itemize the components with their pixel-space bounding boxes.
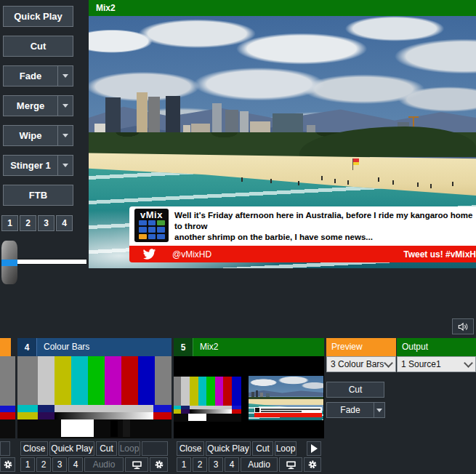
input4-overlay-2-button[interactable]: 2 xyxy=(36,457,51,472)
beach-person xyxy=(321,176,323,180)
tbar-handle[interactable] xyxy=(1,241,17,284)
overlay-button-1[interactable]: 1 xyxy=(1,215,18,231)
input5-overlay-3-button[interactable]: 3 xyxy=(209,457,223,472)
master-audio-button[interactable] xyxy=(452,318,474,334)
twitter-handle: @vMixHD xyxy=(172,249,211,260)
chevron-down-icon xyxy=(62,74,68,78)
transition-quick-play-button[interactable]: Quick Play xyxy=(3,6,73,27)
input3-thumbnail-edge xyxy=(0,406,15,412)
input4-loop-button[interactable]: Loop xyxy=(118,441,140,456)
input5-cut-button[interactable]: Cut xyxy=(252,441,273,456)
input4-thumbnail[interactable] xyxy=(17,356,172,438)
input5-audio-button[interactable]: Audio xyxy=(241,457,278,472)
input4-blank-button[interactable] xyxy=(142,441,168,456)
input5-toolbar-row2: 1 2 3 4 Audio xyxy=(177,457,321,472)
input5-thumbnail[interactable] xyxy=(174,356,324,438)
input4-panel: 4 Colour Bars Close Quick Play Cut Loop … xyxy=(17,338,172,474)
speaker-icon xyxy=(457,321,469,332)
input3-toolbar-edge-button[interactable] xyxy=(0,441,10,456)
transition-fade-button[interactable]: Fade xyxy=(3,65,73,87)
input4-settings-button[interactable] xyxy=(150,457,168,472)
input5-fullscreen-button[interactable] xyxy=(279,457,302,472)
mix2-title-bar: Mix2 xyxy=(89,0,476,16)
fade-dropdown-button[interactable] xyxy=(57,66,73,86)
input4-close-button[interactable]: Close xyxy=(20,441,48,456)
input4-fullscreen-button[interactable] xyxy=(125,457,148,472)
input5-settings-button[interactable] xyxy=(304,457,321,472)
input5-overlay-2-button[interactable]: 2 xyxy=(193,457,207,472)
input4-quick-play-button[interactable]: Quick Play xyxy=(49,441,94,456)
input4-header[interactable]: 4 Colour Bars xyxy=(17,338,172,356)
stinger-dropdown-button[interactable] xyxy=(57,156,73,175)
input5-close-button[interactable]: Close xyxy=(177,441,204,456)
output-source-select[interactable]: 1 Source1 xyxy=(397,356,476,372)
input4-overlay-1-button[interactable]: 1 xyxy=(20,457,35,472)
input4-overlay-4-button[interactable]: 4 xyxy=(68,457,83,472)
monitor-icon xyxy=(132,460,142,470)
gear-icon xyxy=(3,459,13,470)
input3-thumbnail-edge xyxy=(0,419,15,438)
input4-audio-button[interactable]: Audio xyxy=(84,457,124,472)
beach-person xyxy=(241,177,243,182)
beach-person xyxy=(392,180,394,185)
tbar-position-indicator xyxy=(1,260,17,266)
input5-overlay-4-button[interactable]: 4 xyxy=(225,457,239,472)
twitter-bird-icon xyxy=(142,249,156,260)
main-cut-button[interactable]: Cut xyxy=(326,382,384,398)
input4-toolbar-row1: Close Quick Play Cut Loop xyxy=(20,441,168,456)
input5-play-button[interactable] xyxy=(307,441,321,456)
input4-cut-button[interactable]: Cut xyxy=(96,441,117,456)
transition-merge-button[interactable]: Merge xyxy=(3,95,73,116)
input5-header[interactable]: 5 Mix2 xyxy=(174,338,324,356)
building xyxy=(137,92,148,138)
main-fade-button[interactable]: Fade xyxy=(326,402,374,418)
mini-colour-bars xyxy=(174,377,241,422)
colour-bars-main xyxy=(17,356,172,405)
tweet-call-to-action: Tweet us! #vMixH xyxy=(403,249,476,260)
gear-icon xyxy=(307,459,318,470)
chevron-down-icon xyxy=(464,358,473,368)
play-icon xyxy=(311,444,318,453)
preview-source-select[interactable]: 3 Colour Bars xyxy=(326,356,396,372)
monitor-icon xyxy=(286,460,297,470)
overlay-button-4[interactable]: 4 xyxy=(56,215,73,231)
overlay-button-2[interactable]: 2 xyxy=(20,215,36,231)
preview-header: Preview xyxy=(326,338,396,356)
output-header: Output xyxy=(397,338,476,356)
vmix-logo: vMix xyxy=(134,209,169,242)
input5-number: 5 xyxy=(174,338,193,356)
tweet-message: Well it's Friday afternoon here in Austr… xyxy=(174,210,473,243)
tbar-track[interactable] xyxy=(15,259,87,265)
chevron-down-icon xyxy=(62,134,68,137)
input5-loop-button[interactable]: Loop xyxy=(275,441,297,456)
transition-ftb-button[interactable]: FTB xyxy=(3,185,73,206)
mix2-video-preview[interactable]: vMix Well it's Friday afternoon here in … xyxy=(89,16,476,268)
wipe-dropdown-button[interactable] xyxy=(57,126,73,145)
beach-person xyxy=(270,179,272,183)
input4-overlay-3-button[interactable]: 3 xyxy=(52,457,67,472)
transition-cut-button[interactable]: Cut xyxy=(3,36,73,57)
crane-arm xyxy=(408,116,419,118)
main-fade-dropdown-button[interactable] xyxy=(374,402,385,418)
beach-person xyxy=(417,182,419,187)
merge-dropdown-button[interactable] xyxy=(57,96,73,116)
input3-thumbnail-edge xyxy=(0,356,15,406)
input3-header-edge xyxy=(0,338,11,356)
chevron-down-icon xyxy=(62,164,68,167)
overlay-button-3[interactable]: 3 xyxy=(38,215,55,231)
transition-wipe-button[interactable]: Wipe xyxy=(3,125,73,146)
input5-quick-play-button[interactable]: Quick Play xyxy=(206,441,251,456)
beach-person xyxy=(334,179,336,183)
input5-overlay-1-button[interactable]: 1 xyxy=(177,457,191,472)
transition-stinger-button[interactable]: Stinger 1 xyxy=(3,155,73,176)
colour-bars-strip1 xyxy=(17,405,172,412)
input4-number: 4 xyxy=(17,338,37,356)
transition-fade-label: Fade xyxy=(4,66,57,86)
input5-toolbar-row1: Close Quick Play Cut Loop xyxy=(177,441,321,456)
main-fade-control: Fade xyxy=(326,402,385,418)
output-source-value: 1 Source1 xyxy=(401,359,465,369)
beach-person xyxy=(378,177,379,182)
input5-title: Mix2 xyxy=(193,338,218,356)
input3-settings-button[interactable] xyxy=(0,457,15,472)
transition-stinger-label: Stinger 1 xyxy=(4,156,57,175)
